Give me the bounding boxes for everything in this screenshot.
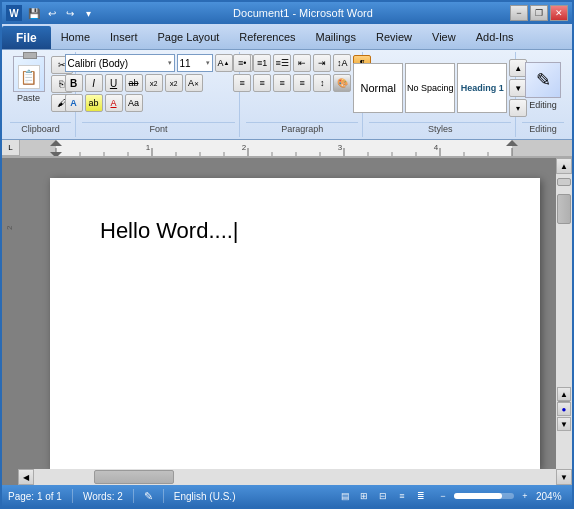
- v-scroll-track[interactable]: ▲ ● ▼: [556, 174, 572, 469]
- bold-button[interactable]: B: [65, 74, 83, 92]
- justify-button[interactable]: ≡: [293, 74, 311, 92]
- font-group: Calibri (Body) ▾ 11 ▾ A▲ A▼ B I U ab x2: [78, 52, 240, 137]
- superscript-button[interactable]: x2: [165, 74, 183, 92]
- style-no-spacing[interactable]: No Spacing: [405, 63, 455, 113]
- font-label: Font: [82, 122, 235, 135]
- language-indicator[interactable]: English (U.S.): [174, 491, 236, 502]
- font-color-row: A ab A Aa: [65, 94, 253, 112]
- align-left-button[interactable]: ≡: [233, 74, 251, 92]
- underline-button[interactable]: U: [105, 74, 123, 92]
- menu-bar: File Home Insert Page Layout References …: [2, 24, 572, 50]
- track-changes-icon[interactable]: ✎: [144, 490, 153, 503]
- h-scroll-track[interactable]: [34, 469, 556, 485]
- font-color-button[interactable]: A: [105, 94, 123, 112]
- document-page: Hello Word....: [50, 178, 540, 469]
- italic-button[interactable]: I: [85, 74, 103, 92]
- page-content[interactable]: Hello Word....: [50, 178, 540, 284]
- font-size-select[interactable]: 11 ▾: [177, 54, 213, 72]
- bullets-button[interactable]: ≡•: [233, 54, 251, 72]
- align-right-button[interactable]: ≡: [273, 74, 291, 92]
- zoom-slider[interactable]: [454, 493, 514, 499]
- close-button[interactable]: ✕: [550, 5, 568, 21]
- subscript-button[interactable]: x2: [145, 74, 163, 92]
- highlight-button[interactable]: ab: [85, 94, 103, 112]
- language-text: English (U.S.): [174, 491, 236, 502]
- document-area[interactable]: Hello Word....: [18, 158, 572, 469]
- outline-button[interactable]: ≡: [394, 489, 410, 503]
- numbering-button[interactable]: ≡1: [253, 54, 271, 72]
- paste-button[interactable]: 📋 Paste: [9, 54, 49, 105]
- tab-references[interactable]: References: [229, 24, 305, 49]
- main-content: 2 Hello Word.... ◀ ▶ ▲: [2, 158, 572, 485]
- scroll-prev-page-btn[interactable]: [557, 178, 571, 186]
- scroll-left-button[interactable]: ◀: [18, 469, 34, 485]
- sort-button[interactable]: ↕A: [333, 54, 351, 72]
- decrease-indent-button[interactable]: ⇤: [293, 54, 311, 72]
- strikethrough-button[interactable]: ab: [125, 74, 143, 92]
- full-reading-button[interactable]: ⊞: [356, 489, 372, 503]
- svg-text:1: 1: [146, 143, 151, 152]
- editing-group: ✎ Editing Editing: [518, 52, 568, 137]
- word-count[interactable]: Words: 2: [83, 491, 123, 502]
- tab-home[interactable]: Home: [51, 24, 100, 49]
- tab-insert[interactable]: Insert: [100, 24, 148, 49]
- tab-review[interactable]: Review: [366, 24, 422, 49]
- font-controls: Calibri (Body) ▾ 11 ▾ A▲ A▼ B I U ab x2: [65, 54, 253, 112]
- ruler-ticks: 1 2 3 4: [20, 140, 572, 156]
- tab-mailings[interactable]: Mailings: [306, 24, 366, 49]
- web-layout-button[interactable]: ⊟: [375, 489, 391, 503]
- zoom-percentage[interactable]: 204%: [536, 491, 566, 502]
- tab-view[interactable]: View: [422, 24, 466, 49]
- increase-font-button[interactable]: A▲: [215, 54, 233, 72]
- page-count-text: Page: 1 of 1: [8, 491, 62, 502]
- minimize-button[interactable]: −: [510, 5, 528, 21]
- tab-stop-selector[interactable]: L: [2, 140, 20, 156]
- editing-icon: ✎: [525, 62, 561, 98]
- paragraph-controls: ≡• ≡1 ≡☰ ⇤ ⇥ ↕A ¶ ≡ ≡ ≡ ≡ ↕ 🎨 ▦: [233, 54, 371, 92]
- svg-rect-0: [20, 140, 56, 156]
- print-layout-button[interactable]: ▤: [337, 489, 353, 503]
- select-object-button[interactable]: ●: [557, 402, 571, 416]
- quick-access-dropdown[interactable]: ▾: [80, 5, 96, 21]
- v-scroll-thumb[interactable]: [557, 194, 571, 224]
- tab-page-layout[interactable]: Page Layout: [148, 24, 230, 49]
- change-case-button[interactable]: Aa: [125, 94, 143, 112]
- page-count[interactable]: Page: 1 of 1: [8, 491, 62, 502]
- tab-add-ins[interactable]: Add-Ins: [466, 24, 524, 49]
- h-scroll-thumb[interactable]: [94, 470, 174, 484]
- size-dropdown-arrow: ▾: [206, 59, 210, 67]
- draft-button[interactable]: ≣: [413, 489, 429, 503]
- scroll-up-button[interactable]: ▲: [556, 158, 572, 174]
- multilevel-button[interactable]: ≡☰: [273, 54, 291, 72]
- line-spacing-button[interactable]: ↕: [313, 74, 331, 92]
- redo-button[interactable]: ↪: [62, 5, 78, 21]
- save-button[interactable]: 💾: [26, 5, 42, 21]
- prev-page-button[interactable]: ▲: [557, 387, 571, 401]
- status-sep-1: [72, 489, 73, 503]
- font-name-row: Calibri (Body) ▾ 11 ▾ A▲ A▼: [65, 54, 253, 72]
- editing-icon-area: ✎ Editing: [525, 58, 561, 110]
- text-effects-button[interactable]: A: [65, 94, 83, 112]
- clear-format-button[interactable]: A✕: [185, 74, 203, 92]
- svg-rect-1: [512, 140, 572, 156]
- next-page-button[interactable]: ▼: [557, 417, 571, 431]
- styles-gallery: Normal No Spacing Heading 1 ▲ ▼ ▾: [353, 54, 527, 122]
- svg-text:4: 4: [434, 143, 439, 152]
- tab-file[interactable]: File: [2, 26, 51, 49]
- font-family-select[interactable]: Calibri (Body) ▾: [65, 54, 175, 72]
- horizontal-scrollbar: ◀ ▶: [18, 469, 572, 485]
- svg-text:3: 3: [338, 143, 343, 152]
- style-heading1[interactable]: Heading 1: [457, 63, 507, 113]
- zoom-out-button[interactable]: −: [435, 489, 451, 503]
- restore-button[interactable]: ❐: [530, 5, 548, 21]
- increase-indent-button[interactable]: ⇥: [313, 54, 331, 72]
- center-button[interactable]: ≡: [253, 74, 271, 92]
- ruler-main[interactable]: 1 2 3 4: [20, 140, 572, 156]
- zoom-in-button[interactable]: +: [517, 489, 533, 503]
- style-normal[interactable]: Normal: [353, 63, 403, 113]
- undo-button[interactable]: ↩: [44, 5, 60, 21]
- shading-button[interactable]: 🎨: [333, 74, 351, 92]
- scroll-down-button[interactable]: ▼: [556, 469, 572, 485]
- window-controls: − ❐ ✕: [510, 5, 568, 21]
- clipboard-label: Clipboard: [10, 122, 71, 135]
